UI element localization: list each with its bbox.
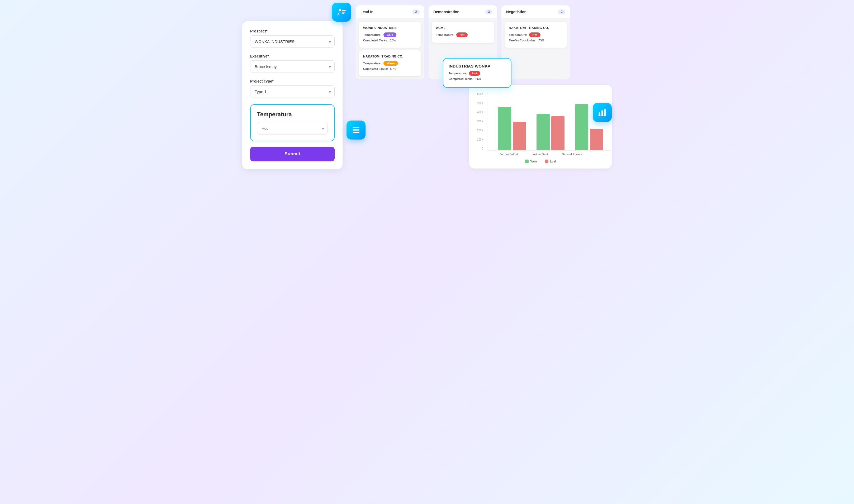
highlighted-tasks-row: Completed Tasks: 56% [449, 77, 506, 80]
svg-rect-6 [353, 130, 360, 131]
x-label-arthur: Arthur Dent [525, 153, 556, 156]
prospect-select[interactable]: WONKA INDUSTRIES [250, 35, 335, 48]
temp-badge: Cold [383, 33, 396, 37]
card-tasks-row: Tarefas Concluidas: 73% [509, 39, 563, 42]
kanban-col-lead-in: Lead In 2 WONKA INDUSTRIES Temperature: … [356, 5, 424, 79]
svg-rect-8 [599, 112, 600, 116]
legend-lost: Lost [545, 160, 556, 163]
y-label-400k: 400K [477, 111, 483, 114]
executive-label: Executive* [250, 54, 335, 58]
chart-icon-button[interactable] [593, 103, 612, 122]
temp-badge: Hot [456, 33, 467, 37]
temp-label: Temperature: [363, 62, 381, 65]
tasks-label: Completed Tasks: [363, 39, 388, 42]
chart-group-jordan [493, 107, 531, 150]
temp-badge: Warm [383, 61, 398, 66]
neg-badge: 2 [558, 10, 565, 14]
bar-arthur-lost [551, 116, 564, 150]
executive-select-wrapper: Bruce Ismay [250, 60, 335, 73]
bar-jordan-won [498, 107, 511, 150]
highlighted-tasks-value: 56% [475, 77, 481, 80]
tasks-label: Tarefas Concluidas: [509, 39, 536, 42]
legend-won-dot [525, 160, 528, 163]
temp-label: Temperatura: [509, 33, 527, 36]
neg-title: Negotiation [506, 10, 526, 14]
temperatura-select-wrapper: Hot [257, 122, 328, 134]
tasks-label: Completed Tasks: [363, 67, 388, 70]
tasks-value: 28% [390, 39, 396, 42]
executive-field: Executive* Bruce Ismay [250, 54, 335, 73]
temp-label: Temperature: [363, 33, 381, 36]
card-company: WONKA INDUSTRIES [363, 26, 417, 30]
y-label-500k: 500K [477, 102, 483, 105]
highlighted-tasks-label: Completed Tasks: [449, 77, 473, 80]
executive-select[interactable]: Bruce Ismay [250, 60, 335, 73]
x-label-samuel: Samuel Powers [556, 153, 588, 156]
card-wonka-lead[interactable]: WONKA INDUSTRIES Temperature: Cold Compl… [359, 22, 421, 48]
project-type-label: Project Type* [250, 79, 335, 83]
lead-in-badge: 2 [413, 10, 420, 14]
temperatura-select[interactable]: Hot [257, 122, 328, 134]
project-type-select[interactable]: Type 1 [250, 86, 335, 98]
card-company: ACME [436, 26, 490, 30]
kanban-col-demo-header: Demonstration 3 [429, 5, 497, 19]
bar-samuel-won [575, 104, 588, 150]
svg-rect-7 [353, 132, 360, 133]
y-label-600k: 600K [477, 93, 483, 95]
y-axis: 600K 500K 400K 300K 200K 100K 0 [477, 93, 483, 150]
x-label-jordan: Jordan Belfort [493, 153, 525, 156]
temperatura-title: Temperatura [257, 111, 328, 118]
highlighted-card-industrias-wonka[interactable]: INDÚSTRIAS WONKA Temperature: Hot Comple… [443, 58, 511, 88]
kanban-col-lead-in-body: WONKA INDUSTRIES Temperature: Cold Compl… [356, 19, 424, 79]
temp-label: Temperature: [436, 33, 454, 36]
card-temp-row: Temperature: Hot [436, 33, 490, 37]
card-acme-demo[interactable]: ACME Temperature: Hot [432, 22, 494, 43]
svg-rect-5 [353, 129, 360, 130]
legend-won: Won [525, 160, 537, 163]
highlighted-temp-badge: Hot [469, 71, 480, 76]
lead-in-title: Lead In [361, 10, 373, 14]
card-temp-row: Temperature: Cold [363, 33, 417, 37]
card-tasks-row: Completed Tasks: 28% [363, 39, 417, 42]
bar-jordan-lost [513, 122, 526, 150]
kanban-col-neg-body: NAKATOMI TRADING CO. Temperatura: Hot Ta… [501, 19, 570, 51]
list-icon-button[interactable] [347, 121, 366, 140]
card-tasks-row: Completed Tasks: 50% [363, 67, 417, 70]
legend-lost-label: Lost [550, 160, 556, 163]
submit-button[interactable]: Submit [250, 147, 335, 161]
y-label-300k: 300K [477, 120, 483, 123]
tasks-value: 50% [390, 67, 396, 70]
highlighted-temp-label: Temperature: [449, 72, 467, 75]
card-nakatomi-neg[interactable]: NAKATOMI TRADING CO. Temperatura: Hot Ta… [505, 22, 567, 48]
demo-title: Demonstration [433, 10, 459, 14]
form-panel: Prospect* WONKA INDUSTRIES Executive* Br… [242, 21, 343, 169]
svg-rect-9 [602, 110, 603, 116]
prospect-label: Prospect* [250, 29, 335, 33]
bar-samuel-lost [590, 129, 603, 150]
y-label-200k: 200K [477, 129, 483, 132]
project-type-field: Project Type* Type 1 [250, 79, 335, 98]
kanban-col-negotiation: Negotiation 2 NAKATOMI TRADING CO. Tempe… [501, 5, 570, 79]
prospect-select-wrapper: WONKA INDUSTRIES [250, 35, 335, 48]
legend-won-label: Won [530, 160, 537, 163]
card-temp-row: Temperatura: Hot [509, 33, 563, 37]
chart-x-labels: Jordan Belfort Arthur Dent Samuel Powers [477, 153, 604, 156]
card-temp-row: Temperature: Warm [363, 61, 417, 66]
highlighted-temp-row: Temperature: Hot [449, 71, 506, 76]
legend-lost-dot [545, 160, 548, 163]
svg-rect-4 [353, 127, 360, 128]
temperatura-section: Temperatura Hot [250, 104, 335, 141]
chart-area: 600K 500K 400K 300K 200K 100K 0 [469, 85, 612, 168]
chart-legend: Won Lost [477, 160, 604, 163]
card-nakatomi-lead[interactable]: NAKATOMI TRADING CO. Temperature: Warm C… [359, 50, 421, 76]
highlighted-card-company: INDÚSTRIAS WONKA [449, 64, 506, 68]
kanban-col-lead-in-header: Lead In 2 [356, 5, 424, 19]
person-list-icon-button[interactable] [332, 3, 351, 22]
bar-arthur-won [537, 114, 550, 150]
y-label-100k: 100K [477, 138, 483, 141]
card-company: NAKATOMI TRADING CO. [363, 55, 417, 58]
svg-rect-10 [604, 109, 606, 116]
kanban-col-neg-header: Negotiation 2 [501, 5, 570, 19]
card-company: NAKATOMI TRADING CO. [509, 26, 563, 30]
tasks-value: 73% [538, 39, 544, 42]
